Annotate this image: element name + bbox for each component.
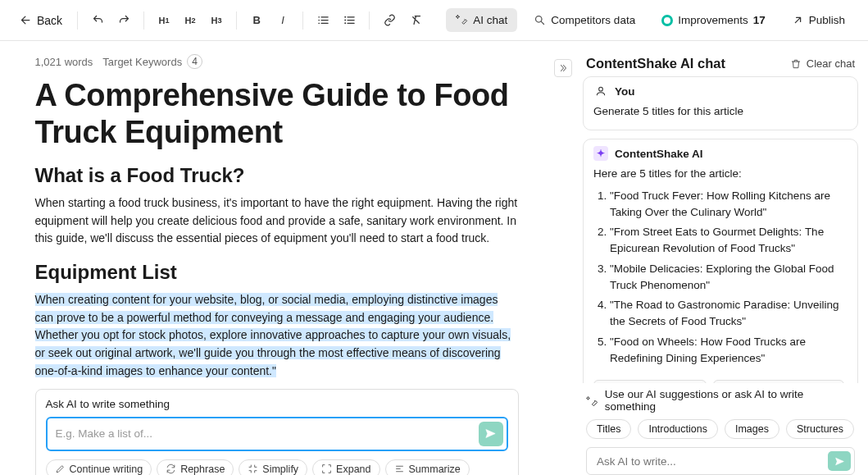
send-icon — [834, 456, 845, 467]
redo-icon — [118, 14, 130, 26]
collapse-chat-button[interactable] — [554, 59, 572, 77]
chat-title: ContentShake AI chat — [586, 56, 725, 71]
user-message-text: Generate 5 titles for this article — [584, 100, 857, 130]
unordered-list-icon — [343, 14, 356, 26]
back-label: Back — [37, 14, 62, 27]
user-icon — [593, 84, 608, 98]
improvements-tab[interactable]: Improvements 17 — [652, 8, 775, 32]
italic-button[interactable]: I — [271, 9, 294, 32]
h3-button[interactable]: H3 — [205, 9, 228, 32]
chat-panel: ContentShake AI chat Clear chat You Gene… — [573, 41, 868, 475]
paragraph-intro[interactable]: When starting a food truck business, it'… — [35, 194, 519, 248]
heading-equipment-list[interactable]: Equipment List — [35, 259, 519, 285]
svg-point-3 — [536, 16, 543, 23]
refresh-icon — [166, 464, 176, 474]
ordered-list-button[interactable] — [311, 9, 334, 32]
suggestion-line: Use our AI suggestions or ask AI to writ… — [605, 388, 855, 413]
toolbar: Back H1 H2 H3 B I AI chat Competitors da… — [0, 0, 868, 41]
doc-title[interactable]: A Comprehensive Guide to Food Truck Equi… — [35, 77, 519, 151]
ai-chat-tab[interactable]: AI chat — [446, 8, 517, 32]
heading-what-is[interactable]: What is a Food Truck? — [35, 162, 519, 188]
bot-intro-text: Here are 5 titles for the article: — [593, 166, 848, 182]
summarize-button[interactable]: Summarize — [385, 459, 470, 475]
simplify-button[interactable]: Simplify — [239, 459, 307, 475]
h1-button[interactable]: H1 — [152, 9, 175, 32]
ask-ai-label: Ask AI to write something — [46, 398, 508, 410]
unordered-list-button[interactable] — [338, 9, 361, 32]
chip-images[interactable]: Images — [725, 419, 779, 439]
chat-bot-message: ✦ ContentShake AI Here are 5 titles for … — [583, 139, 858, 383]
publish-button[interactable]: Publish — [782, 8, 855, 32]
link-icon — [384, 14, 396, 26]
send-icon — [484, 427, 497, 440]
pen-sparkle-icon — [456, 14, 468, 26]
bot-label: ContentShake AI — [615, 148, 703, 160]
expand-button[interactable]: Expand — [312, 459, 379, 475]
suggested-title: "The Road to Gastronomic Paradise: Unvei… — [610, 297, 848, 331]
ask-ai-send-button[interactable] — [479, 422, 503, 446]
redo-button[interactable] — [112, 9, 135, 32]
word-count: 1,021 words — [35, 56, 93, 68]
collapse-icon — [248, 464, 258, 474]
arrow-left-icon — [20, 14, 32, 26]
editor-pane: 1,021 words Target Keywords 4 A Comprehe… — [0, 41, 553, 475]
continue-writing-button[interactable]: Continue writing — [46, 459, 152, 475]
collapse-chat-handle — [553, 41, 573, 475]
ai-chat-label: AI chat — [473, 14, 507, 26]
ask-ai-panel: Ask AI to write something Continue writi… — [35, 389, 519, 475]
ask-ai-input[interactable] — [56, 427, 472, 440]
undo-icon — [92, 14, 104, 26]
chat-input[interactable] — [597, 455, 821, 468]
bot-icon: ✦ — [593, 146, 608, 161]
chip-structures[interactable]: Structures — [786, 419, 854, 439]
undo-button[interactable] — [86, 9, 109, 32]
improvements-ring-icon — [661, 15, 673, 26]
highlighted-text: When creating content for your website, … — [35, 293, 511, 377]
improvements-label: Improvements — [678, 14, 748, 26]
chip-titles[interactable]: Titles — [586, 419, 631, 439]
rephrase-button[interactable]: Rephrase — [157, 459, 234, 475]
paragraph-highlighted[interactable]: When creating content for your website, … — [35, 291, 519, 380]
svg-point-1 — [344, 20, 346, 21]
suggested-title: "Food Truck Fever: How Rolling Kitchens … — [610, 188, 848, 222]
expand-icon — [321, 464, 332, 474]
h2-button[interactable]: H2 — [179, 9, 202, 32]
suggested-title: "Food on Wheels: How Food Trucks are Red… — [610, 334, 848, 368]
clear-chat-button[interactable]: Clear chat — [790, 57, 855, 70]
chevron-right-double-icon — [558, 63, 568, 73]
clear-format-icon — [410, 14, 422, 26]
bold-button[interactable]: B — [245, 9, 268, 32]
svg-point-0 — [344, 16, 346, 18]
suggested-title: "Mobile Delicacies: Exploring the Global… — [610, 261, 848, 295]
back-button[interactable]: Back — [13, 9, 69, 32]
svg-point-4 — [599, 87, 603, 91]
pencil-icon — [55, 464, 66, 474]
clear-format-button[interactable] — [404, 9, 427, 32]
competitors-label: Competitors data — [551, 14, 635, 26]
trash-icon — [790, 58, 802, 70]
user-label: You — [615, 85, 635, 98]
chat-user-message: You Generate 5 titles for this article — [583, 76, 858, 130]
pen-sparkle-icon — [586, 395, 598, 407]
chip-introductions[interactable]: Introductions — [638, 419, 718, 439]
suggested-title: "From Street Eats to Gourmet Delights: T… — [610, 224, 848, 258]
clear-chat-label: Clear chat — [807, 57, 855, 70]
target-keywords-label: Target Keywords — [102, 56, 182, 68]
lines-icon — [394, 464, 405, 474]
target-keywords-count: 4 — [187, 54, 202, 69]
svg-point-2 — [344, 22, 346, 24]
improvements-count: 17 — [753, 14, 766, 26]
publish-label: Publish — [809, 14, 845, 26]
share-arrow-icon — [792, 14, 804, 26]
chat-send-button[interactable] — [828, 451, 851, 471]
ordered-list-icon — [317, 14, 329, 26]
competitors-tab[interactable]: Competitors data — [524, 8, 645, 32]
magnifier-icon — [534, 14, 546, 26]
link-button[interactable] — [378, 9, 401, 32]
